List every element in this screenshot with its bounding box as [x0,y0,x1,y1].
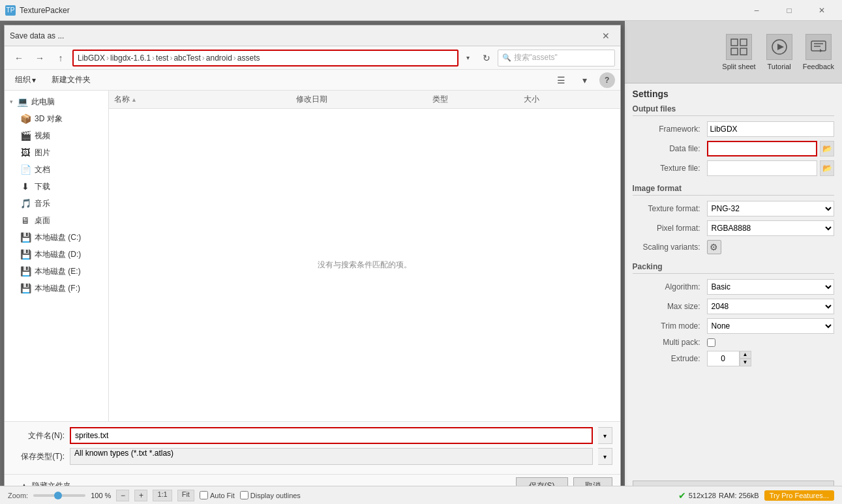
col-header-type[interactable]: 类型 [432,94,524,105]
dialog-close-button[interactable]: ✕ [597,28,615,44]
sidebar-item-drive-f[interactable]: 💾 本地磁盘 (F:) [5,280,108,297]
image-format-section: Image format Texture format: PNG-32 Pixe… [633,184,834,254]
close-button[interactable]: ✕ [807,0,837,21]
feedback-label: Feedback [803,63,834,70]
split-sheet-tool[interactable]: Split sheet [722,34,755,70]
outline-checkbox[interactable] [240,491,248,499]
zoom-minus-button[interactable]: − [116,490,129,501]
sidebar-label-music: 音乐 [35,198,50,209]
sidebar-item-downloads[interactable]: ⬇ 下载 [5,178,108,195]
music-icon: 🎵 [20,198,31,209]
sidebar-item-drive-c[interactable]: 💾 本地磁盘 (C:) [5,229,108,246]
right-panel: Split sheet Tutorial [625,21,842,504]
data-file-browse[interactable]: 📂 [820,141,834,156]
output-files-section: Output files Framework: LibGDX Data file… [633,104,834,176]
pixel-format-select[interactable]: RGBA8888 [707,220,834,236]
sidebar-item-video[interactable]: 🎬 视频 [5,127,108,144]
filetype-select[interactable]: All known types (*.txt *.atlas) [70,448,593,465]
breadcrumb-android[interactable]: android [206,53,232,63]
multi-pack-checkbox[interactable] [707,338,715,347]
downloads-icon: ⬇ [20,181,31,192]
zoom-value: 100 % [91,492,111,499]
help-button[interactable]: ? [599,72,615,88]
ratio-button[interactable]: 1:1 [153,490,172,501]
svg-rect-3 [740,48,747,55]
sidebar-item-computer[interactable]: ▾ 💻 此电脑 [5,93,108,110]
feedback-tool[interactable]: Feedback [803,34,834,70]
file-content: 名称 ▲ 修改日期 类型 大小 没有与 [109,91,620,421]
filename-input-area: 文件名(N): ▾ 保存类型(T): All known types (*.tx… [5,421,620,474]
pixel-format-row: Pixel format: RGBA8888 [633,220,834,236]
minimize-button[interactable]: – [742,0,772,21]
data-file-row: Data file: 📂 [633,141,834,156]
new-folder-button[interactable]: 新建文件夹 [46,72,96,88]
extrude-up[interactable]: ▲ [740,351,751,359]
breadcrumb-libgdx161[interactable]: libgdx-1.6.1 [110,53,151,63]
tutorial-icon [766,34,792,60]
filename-row: 文件名(N): ▾ [12,427,612,444]
zoom-slider[interactable] [33,494,85,497]
docs-icon: 📄 [20,164,31,175]
refresh-button[interactable]: ↻ [478,50,495,67]
sidebar-item-drive-e[interactable]: 💾 本地磁盘 (E:) [5,263,108,280]
texture-file-browse[interactable]: 📂 [820,160,834,176]
pro-features-button[interactable]: Try Pro Features... [764,490,834,501]
scaling-gear-button[interactable]: ⚙ [707,240,721,254]
sidebar-item-music[interactable]: 🎵 音乐 [5,195,108,212]
col-header-name[interactable]: 名称 ▲ [114,94,296,105]
up-button[interactable]: ↑ [52,50,70,67]
status-bar: Zoom: 100 % − + 1:1 Fit Auto Fit Display… [0,486,842,504]
breadcrumb-test[interactable]: test [156,53,168,63]
fit-button[interactable]: Fit [177,490,194,501]
sidebar: ▾ 💻 此电脑 📦 3D 对象 🎬 视频 🖼 图片 [5,91,109,421]
multi-pack-row: Multi pack: [633,338,834,347]
output-files-header: Output files [633,104,834,116]
tutorial-tool[interactable]: Tutorial [766,34,792,70]
back-button[interactable]: ← [10,50,28,67]
video-icon: 🎬 [20,130,31,141]
view-dropdown[interactable]: ▾ [576,72,594,88]
forward-button[interactable]: → [31,50,49,67]
algorithm-select[interactable]: Basic [707,279,834,295]
dialog-title-bar: Save data as ... ✕ [5,25,620,46]
sidebar-label-drive-d: 本地磁盘 (D:) [35,249,81,260]
max-size-label: Max size: [633,302,704,311]
sidebar-item-docs[interactable]: 📄 文档 [5,161,108,178]
autofit-checkbox[interactable] [200,491,208,499]
sidebar-item-drive-d[interactable]: 💾 本地磁盘 (D:) [5,246,108,263]
breadcrumb-libgdx[interactable]: LibGDX [78,53,105,63]
sidebar-label-desktop: 桌面 [35,215,50,226]
spinner-buttons: ▲ ▼ [740,351,751,366]
extrude-input[interactable] [707,351,740,366]
multi-pack-label: Multi pack: [633,338,704,347]
packing-header: Packing [633,262,834,274]
texture-file-input[interactable] [707,160,817,176]
breadcrumb-abctest[interactable]: abcTest [173,53,200,63]
extrude-down[interactable]: ▼ [740,359,751,366]
max-size-select[interactable]: 2048 [707,299,834,314]
sidebar-item-3d[interactable]: 📦 3D 对象 [5,110,108,127]
sidebar-item-pictures[interactable]: 🖼 图片 [5,144,108,161]
filename-input[interactable] [70,427,593,444]
filename-dropdown-button[interactable]: ▾ [598,427,612,444]
trim-mode-select[interactable]: None [707,318,834,334]
sidebar-item-desktop[interactable]: 🖥 桌面 [5,212,108,229]
packing-section: Packing Algorithm: Basic Max size: 2048 [633,262,834,366]
organize-button[interactable]: 组织 ▾ [10,72,41,88]
breadcrumb-dropdown[interactable]: ▾ [461,50,475,67]
sidebar-label-computer: 此电脑 [31,96,55,108]
breadcrumb-assets[interactable]: assets [237,53,260,63]
breadcrumb-bar[interactable]: LibGDX › libgdx-1.6.1 › test › abcTest ›… [72,50,459,67]
col-header-date[interactable]: 修改日期 [296,94,432,105]
col-header-size[interactable]: 大小 [524,94,615,105]
algorithm-row: Algorithm: Basic [633,279,834,295]
search-icon: 🔍 [502,53,511,62]
sidebar-label-pictures: 图片 [35,147,50,158]
maximize-button[interactable]: □ [774,0,804,21]
view-button[interactable]: ☰ [552,72,571,88]
texture-format-select[interactable]: PNG-32 [707,201,834,216]
data-file-input[interactable] [707,141,817,156]
svg-rect-2 [731,48,738,55]
zoom-plus-button[interactable]: + [134,490,147,501]
filetype-dropdown-button[interactable]: ▾ [598,448,612,465]
